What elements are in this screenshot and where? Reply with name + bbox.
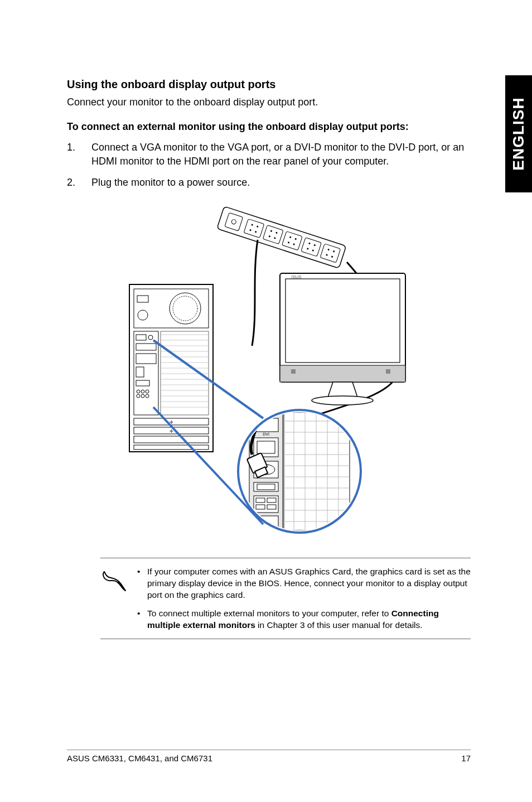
footer-left: ASUS CM6331, CM6431, and CM6731 — [67, 753, 212, 763]
language-tab: ENGLISH — [505, 75, 532, 192]
section-title: Using the onboard display output ports — [67, 78, 471, 91]
page-footer: ASUS CM6331, CM6431, and CM6731 17 — [67, 750, 471, 763]
language-tab-label: ENGLISH — [510, 97, 528, 170]
step-row: 2. Plug the monitor to a power source. — [67, 176, 471, 190]
connection-diagram: /SUS — [113, 201, 425, 535]
svg-rect-31 — [291, 369, 296, 374]
svg-rect-72 — [254, 482, 278, 491]
note-item: To connect multiple external monitors to… — [137, 608, 471, 631]
step-text: Plug the monitor to a power source. — [91, 176, 471, 190]
note-item-text-part1: To connect multiple external monitors to… — [147, 608, 391, 618]
section-subhead: To connect an external monitor using the… — [67, 121, 471, 133]
note-item-text-part2: in Chapter 3 of this user manual for det… — [255, 620, 423, 630]
svg-text:DVI: DVI — [263, 432, 269, 436]
note-icon — [100, 566, 127, 631]
svg-rect-32 — [386, 369, 390, 374]
note-block: If your computer comes with an ASUS Grap… — [100, 558, 471, 640]
svg-text:✛: ✛ — [170, 429, 173, 434]
steps-list: 1. Connect a VGA monitor to the VGA port… — [67, 141, 471, 190]
svg-rect-29 — [286, 279, 400, 363]
svg-text:/SUS: /SUS — [291, 274, 302, 279]
note-item-text: If your computer comes with an ASUS Grap… — [147, 567, 471, 600]
note-item: If your computer comes with an ASUS Grap… — [137, 566, 471, 601]
svg-rect-0 — [217, 206, 346, 268]
step-row: 1. Connect a VGA monitor to the VGA port… — [67, 141, 471, 168]
section-intro: Connect your monitor to the onboard disp… — [67, 95, 471, 109]
page: ENGLISH Using the onboard display output… — [0, 0, 532, 802]
svg-point-33 — [312, 396, 373, 405]
step-number: 1. — [67, 141, 91, 168]
footer-page-number: 17 — [461, 753, 471, 763]
step-text: Connect a VGA monitor to the VGA port, o… — [91, 141, 471, 168]
note-text: If your computer comes with an ASUS Grap… — [137, 566, 471, 631]
step-number: 2. — [67, 176, 91, 190]
